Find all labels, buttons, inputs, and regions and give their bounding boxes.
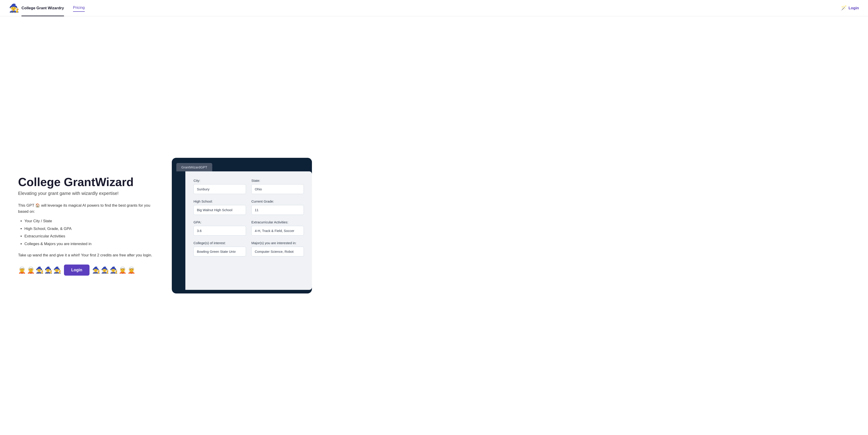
emoji-7: 🧙‍♀️	[101, 266, 109, 274]
emoji-2: 🧝	[27, 266, 35, 274]
grade-label: Current Grade:	[251, 199, 304, 203]
wizard-hat-icon: 🧙	[9, 4, 19, 12]
gpa-group: GPA:	[193, 220, 246, 236]
emoji-5: 🧙	[53, 266, 61, 274]
left-content: College GrantWizard Elevating your grant…	[18, 176, 158, 276]
grade-group: Current Grade:	[251, 199, 304, 215]
list-item: Colleges & Majors you are interested in	[24, 241, 158, 247]
grade-input[interactable]	[251, 205, 304, 215]
panel-form-area: City: State: High School: Current Grade:	[185, 172, 312, 290]
high-school-group: High School:	[193, 199, 246, 215]
city-label: City:	[193, 179, 246, 182]
gpa-input[interactable]	[193, 226, 246, 236]
hero-description: This GPT 🏠 will leverage its magical AI …	[18, 203, 158, 215]
emoji-10: 🧝	[127, 266, 135, 274]
hero-cta-text: Take up wand the and give it a whirl! Yo…	[18, 252, 158, 258]
hero-list: Your City / State High School, Grade, & …	[18, 218, 158, 247]
emoji-8: 🧙‍♀️	[110, 266, 118, 274]
brand-name: College Grant Wizardry	[22, 6, 64, 10]
right-panel: GrantWizardGPT City: State: High School:	[172, 158, 312, 293]
state-label: State:	[251, 179, 304, 182]
activities-label: Extracurricular Activities:	[251, 220, 304, 224]
activities-group: Extracurricular Activities:	[251, 220, 304, 236]
gpa-activities-row: GPA: Extracurricular Activities:	[193, 220, 304, 236]
main-container: College GrantWizard Elevating your grant…	[0, 16, 868, 435]
login-nav-button[interactable]: 🪄 Login	[841, 5, 859, 11]
list-item: Your City / State	[24, 218, 158, 224]
login-button[interactable]: Login	[64, 265, 90, 276]
wand-icon: 🪄	[841, 5, 847, 11]
panel-top-bar: GrantWizardGPT	[172, 158, 312, 172]
colleges-group: College(s) of interest:	[193, 241, 246, 256]
panel-tab[interactable]: GrantWizardGPT	[176, 163, 212, 172]
colleges-majors-row: College(s) of interest: Major(s) you are…	[193, 241, 304, 256]
school-grade-row: High School: Current Grade:	[193, 199, 304, 215]
emoji-4: 🧙‍♀️	[44, 266, 53, 274]
high-school-label: High School:	[193, 199, 246, 203]
state-group: State:	[251, 179, 304, 194]
majors-input[interactable]	[251, 247, 304, 256]
nav-logo[interactable]: 🧙 College Grant Wizardry	[9, 4, 64, 12]
emoji-row: 🧝 🧝 🧙‍♀️ 🧙‍♀️ 🧙 Login 🧙‍♀️ 🧙‍♀️ 🧙‍♀️ 🧝 🧝	[18, 265, 158, 276]
navbar: 🧙 College Grant Wizardry Pricing 🪄 Login	[0, 0, 868, 16]
emoji-3: 🧙‍♀️	[36, 266, 43, 274]
city-state-row: City: State:	[193, 179, 304, 194]
hero-title: College GrantWizard	[18, 176, 158, 189]
city-input[interactable]	[193, 184, 246, 194]
pricing-link[interactable]: Pricing	[73, 5, 85, 11]
list-item: High School, Grade, & GPA	[24, 226, 158, 232]
hero-subtitle: Elevating your grant game with wizardly …	[18, 191, 158, 196]
majors-group: Major(s) you are interested in:	[251, 241, 304, 256]
colleges-input[interactable]	[193, 247, 246, 256]
emoji-1: 🧝	[18, 266, 26, 274]
emoji-6: 🧙‍♀️	[92, 266, 100, 274]
activities-input[interactable]	[251, 226, 304, 236]
high-school-input[interactable]	[193, 205, 246, 215]
emoji-9: 🧝	[119, 266, 127, 274]
city-group: City:	[193, 179, 246, 194]
state-input[interactable]	[251, 184, 304, 194]
majors-label: Major(s) you are interested in:	[251, 241, 304, 245]
colleges-label: College(s) of interest:	[193, 241, 246, 245]
list-item: Extracurricular Activities	[24, 233, 158, 239]
gpa-label: GPA:	[193, 220, 246, 224]
login-nav-label: Login	[848, 6, 859, 10]
